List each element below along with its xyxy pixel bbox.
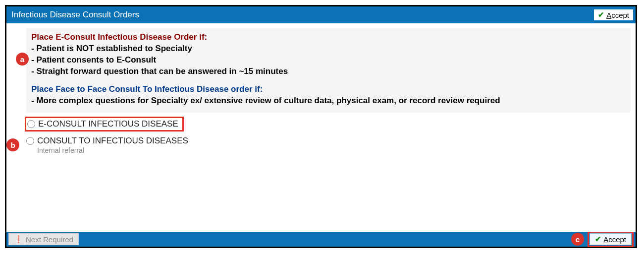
econsult-bullet: - Patient is NOT established to Specialt… <box>31 43 626 55</box>
check-icon: ✔ <box>595 235 601 244</box>
alert-icon: ❗ <box>14 235 23 244</box>
titlebar: Infectious Disease Consult Orders ✔ Acce… <box>6 6 636 23</box>
callout-c: c <box>571 233 584 246</box>
check-icon: ✔ <box>598 10 604 19</box>
option-subtext: Internal referral <box>37 146 631 154</box>
dialog-window: Infectious Disease Consult Orders ✔ Acce… <box>5 5 637 248</box>
callout-a: a <box>16 53 29 66</box>
option-consult[interactable]: CONSULT TO INFECTIOUS DISEASES <box>26 134 631 147</box>
accept-label: Accept <box>606 11 629 19</box>
order-options: E-CONSULT INFECTIOUS DISEASE CONSULT TO … <box>26 117 631 154</box>
accept-button-bottom[interactable]: ✔ Accept <box>590 233 632 245</box>
accept-label: Accept <box>603 235 626 244</box>
next-required-button: ❗ Next Required <box>8 233 79 245</box>
option-label: E-CONSULT INFECTIOUS DISEASE <box>38 119 178 129</box>
dialog-footer: ❗ Next Required ✔ Accept <box>6 232 636 247</box>
option-econsult[interactable]: E-CONSULT INFECTIOUS DISEASE <box>27 119 178 129</box>
highlight-box-accept: ✔ Accept <box>588 231 634 247</box>
econsult-heading: Place E-Consult Infectious Disease Order… <box>31 32 626 42</box>
callout-b: b <box>6 138 19 151</box>
f2f-heading: Place Face to Face Consult To Infectious… <box>31 84 626 94</box>
next-required-label: Next Required <box>26 235 73 244</box>
radio-icon[interactable] <box>27 120 35 128</box>
dialog-content: Place E-Consult Infectious Disease Order… <box>6 23 636 232</box>
econsult-bullet: - Patient consents to E-Consult <box>31 55 626 66</box>
f2f-bullet: - More complex questions for Specialty e… <box>31 95 626 107</box>
option-label: CONSULT TO INFECTIOUS DISEASES <box>37 136 188 146</box>
highlight-box-option1: E-CONSULT INFECTIOUS DISEASE <box>25 117 184 132</box>
radio-icon[interactable] <box>26 137 34 145</box>
dialog-title: Infectious Disease Consult Orders <box>11 10 139 20</box>
instructions-box: Place E-Consult Infectious Disease Order… <box>26 28 631 113</box>
accept-button-top[interactable]: ✔ Accept <box>593 9 634 21</box>
econsult-bullet: - Straight forward question that can be … <box>31 66 626 77</box>
